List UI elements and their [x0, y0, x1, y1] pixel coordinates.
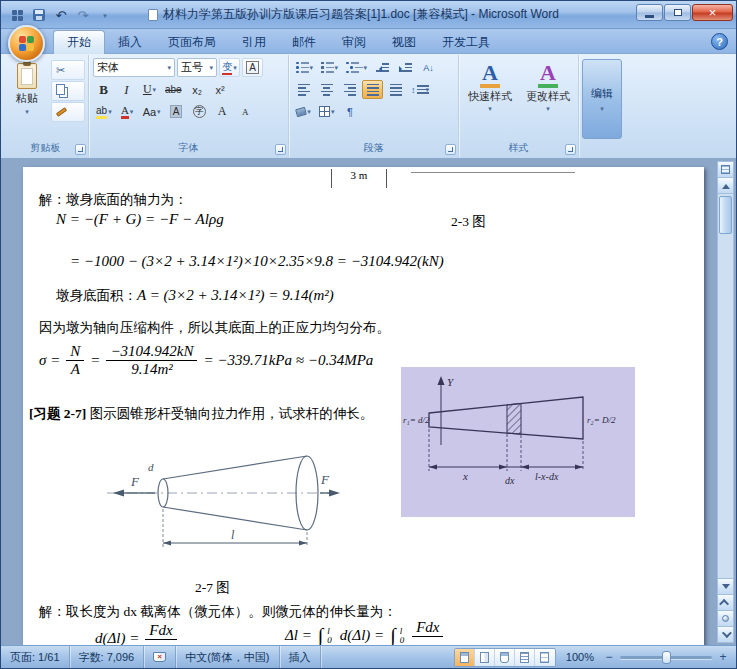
solution-line-1: 解：墩身底面的轴力为： [39, 191, 188, 209]
editing-button[interactable]: 编辑 ▾ [582, 59, 622, 139]
tab-page-layout[interactable]: 页面布局 [155, 30, 229, 54]
arrow-down-icon [722, 584, 730, 593]
phonetic-guide-button[interactable]: 变▾ [219, 58, 240, 77]
status-page-number[interactable]: 页面: 1/61 [1, 646, 70, 668]
clipboard-dialog-launcher[interactable] [75, 144, 86, 155]
borders-button[interactable]: ▾ [316, 102, 338, 121]
status-language[interactable]: 中文(简体，中国) [176, 646, 279, 668]
tab-insert[interactable]: 插入 [105, 30, 155, 54]
ribbon-tabs: 开始 插入 页面布局 引用 邮件 审阅 视图 开发工具 [53, 30, 503, 54]
font-dialog-launcher[interactable] [275, 144, 286, 155]
change-styles-button[interactable]: A 更改样式 ▾ [521, 58, 575, 136]
quick-access-grid-icon[interactable] [7, 5, 27, 25]
cut-button[interactable]: ✂ [51, 60, 85, 80]
font-size-combo[interactable]: 五号 ▾ [177, 58, 217, 77]
shrink-font-button[interactable]: A [235, 102, 256, 121]
status-insert-mode[interactable]: 插入 [280, 646, 321, 668]
title-bar: ↶ ↷ ▾ 材料力学第五版孙训方版课后习题答案[1]1.doc [兼容模式] -… [1, 1, 736, 29]
close-button[interactable]: × [692, 4, 733, 21]
align-right-button[interactable] [339, 80, 360, 99]
office-button[interactable] [8, 25, 45, 62]
format-painter-button[interactable] [51, 102, 85, 122]
character-border-button[interactable]: A [242, 58, 263, 77]
distribute-button[interactable] [385, 80, 406, 99]
bullets-button[interactable]: ▾ [293, 58, 316, 77]
character-shading-button[interactable]: A [166, 102, 187, 121]
underline-button[interactable]: U▾ [139, 80, 160, 99]
italic-button[interactable]: I [116, 80, 137, 99]
figure-cone[interactable]: F F d l [101, 431, 343, 563]
scrollbar-track[interactable] [718, 194, 733, 578]
help-button[interactable]: ? [711, 33, 728, 50]
zoom-level[interactable]: 100% [566, 651, 594, 663]
tab-developer[interactable]: 开发工具 [429, 30, 503, 54]
draft-view-button[interactable] [535, 649, 555, 666]
bold-button[interactable]: B [93, 80, 114, 99]
stress-formula: σ = N A = −3104.942kN 9.14m² = −339.71kP… [39, 343, 373, 377]
tab-view[interactable]: 视图 [379, 30, 429, 54]
print-layout-view-button[interactable] [455, 649, 475, 666]
copy-button[interactable] [51, 81, 85, 101]
increase-indent-button[interactable] [395, 58, 416, 77]
scrollbar-thumb[interactable] [719, 196, 732, 234]
zoom-out-button[interactable]: − [602, 650, 616, 664]
grow-font-button[interactable]: A [212, 102, 233, 121]
paste-button[interactable]: 粘贴 ▾ [6, 57, 48, 135]
text-highlight-button[interactable]: ab▾ [93, 102, 115, 121]
superscript-button[interactable]: x² [210, 80, 231, 99]
minimize-button[interactable] [636, 4, 663, 21]
change-case-button[interactable]: Aa▾ [140, 102, 164, 121]
figure-2-3-partial[interactable]: 3 m [293, 167, 581, 191]
zoom-slider-thumb[interactable] [662, 651, 671, 664]
save-icon [33, 9, 45, 21]
styles-dialog-launcher[interactable] [565, 144, 576, 155]
integral-limits-2: l 0 [400, 627, 405, 645]
view-ruler-button[interactable] [718, 162, 733, 178]
previous-page-button[interactable] [718, 594, 733, 610]
restore-button[interactable] [664, 4, 691, 21]
decrease-indent-button[interactable] [372, 58, 393, 77]
justify-button[interactable] [362, 80, 383, 99]
tab-references[interactable]: 引用 [229, 30, 279, 54]
select-browse-object-button[interactable] [718, 610, 733, 626]
full-screen-reading-view-button[interactable] [475, 649, 495, 666]
line-spacing-button[interactable]: ↕▾ [408, 80, 432, 99]
radius-right-label: r₂= D/2 [587, 415, 616, 425]
undo-button[interactable]: ↶ [51, 5, 71, 25]
save-button[interactable] [29, 5, 49, 25]
scroll-down-button[interactable] [718, 578, 733, 594]
outline-view-button[interactable] [515, 649, 535, 666]
zoom-in-button[interactable]: + [716, 650, 730, 664]
chevron-down-icon: ▾ [25, 108, 29, 115]
force-left-label: F [130, 474, 140, 489]
show-hide-marks-button[interactable]: ¶ [340, 102, 361, 121]
paragraph-dialog-launcher[interactable] [445, 144, 456, 155]
outline-view-icon [520, 652, 529, 663]
shading-button[interactable]: ▾ [293, 102, 314, 121]
font-color-button[interactable]: A▾ [117, 102, 138, 121]
status-proofing[interactable]: × [144, 646, 176, 668]
document-page[interactable]: 3 m 解：墩身底面的轴力为： N = −(F + G) = −F − Alρg… [23, 167, 704, 645]
character-border-icon: A [246, 61, 259, 74]
subscript-button[interactable]: x₂ [187, 80, 208, 99]
tab-home[interactable]: 开始 [53, 30, 105, 54]
web-layout-view-button[interactable] [495, 649, 515, 666]
figure-taper-photo[interactable]: Y r₁= d/2 r₂= D/2 x dx l-x-dx [401, 367, 635, 517]
integral-limits: l 0 [327, 627, 332, 645]
tab-mailings[interactable]: 邮件 [279, 30, 329, 54]
enclose-characters-button[interactable]: 字 [189, 102, 210, 121]
numbering-button[interactable]: ▾ [318, 58, 341, 77]
status-word-count[interactable]: 字数: 7,096 [70, 646, 145, 668]
copy-icon [56, 84, 65, 95]
align-center-button[interactable] [316, 80, 337, 99]
tab-review[interactable]: 审阅 [329, 30, 379, 54]
scroll-up-button[interactable] [718, 178, 733, 194]
align-left-button[interactable] [293, 80, 314, 99]
strikethrough-button[interactable]: abe [162, 80, 185, 99]
multilevel-list-button[interactable]: ▾ [343, 58, 370, 77]
next-page-button[interactable] [718, 626, 733, 642]
quick-styles-button[interactable]: A 快速样式 ▾ [463, 58, 517, 136]
zoom-slider-track[interactable] [620, 656, 712, 659]
sort-button[interactable]: A↓ [418, 58, 439, 77]
font-name-combo[interactable]: 宋体 ▾ [93, 58, 175, 77]
